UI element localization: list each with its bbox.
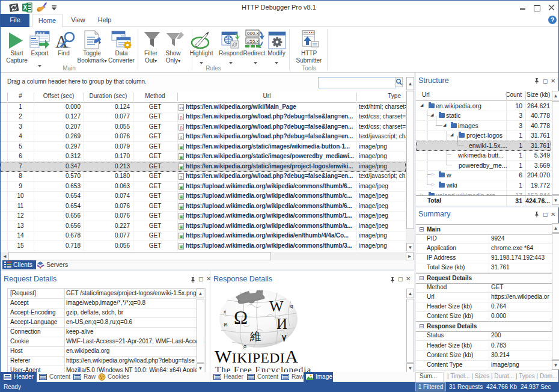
svg-text:000.x: 000.x	[247, 31, 259, 36]
svg-text:﴾: ﴾	[224, 308, 227, 315]
svg-text:維: 維	[249, 330, 261, 343]
svg-text:ค: ค	[224, 321, 228, 328]
svg-text:W: W	[269, 298, 284, 314]
svg-text:य: य	[289, 303, 293, 310]
svg-text:Ω: Ω	[234, 307, 248, 328]
svg-text:٧: ٧	[281, 332, 287, 344]
svg-text:И: И	[276, 316, 287, 332]
svg-text:255.x: 255.x	[247, 38, 259, 44]
svg-text:X: X	[23, 4, 28, 11]
